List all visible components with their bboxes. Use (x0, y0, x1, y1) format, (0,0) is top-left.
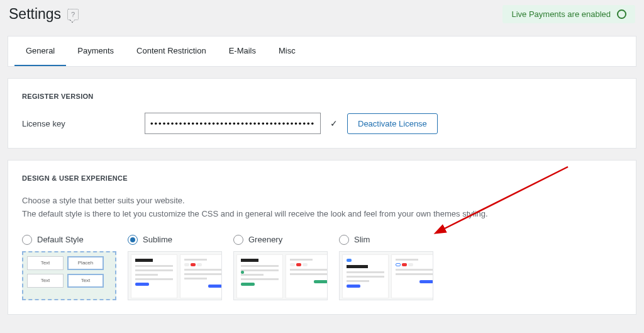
style-thumbnail-default[interactable]: Text Placeh Text Text (22, 251, 116, 300)
license-key-label: License key (22, 119, 135, 128)
register-version-panel: REGISTER VERSION License key ✓ Deactivat… (8, 78, 636, 149)
radio-icon[interactable] (233, 235, 243, 245)
deactivate-license-button[interactable]: Deactivate License (347, 113, 438, 134)
page-title: Settings ? (9, 6, 79, 23)
radio-icon[interactable] (22, 235, 32, 245)
live-payments-badge: Live Payments are enabled (502, 5, 635, 23)
tab-general[interactable]: General (14, 37, 66, 66)
check-icon: ✓ (330, 118, 338, 128)
live-payments-label: Live Payments are enabled (511, 9, 611, 19)
design-description-line1: Choose a style that better suits your we… (22, 195, 622, 208)
tab-content-restriction[interactable]: Content Restriction (125, 37, 218, 66)
style-option-default[interactable]: Default Style Text Placeh Text Text (22, 235, 116, 300)
style-option-greenery[interactable]: Greenery (233, 235, 328, 300)
style-option-slim[interactable]: Slim (339, 235, 433, 300)
style-thumbnail-slim[interactable] (339, 251, 433, 300)
radio-icon[interactable] (339, 235, 349, 245)
tab-payments[interactable]: Payments (66, 37, 125, 66)
style-label: Default Style (37, 235, 84, 244)
tab-emails[interactable]: E-Mails (218, 37, 267, 66)
register-version-heading: REGISTER VERSION (22, 93, 622, 100)
style-label: Slim (354, 235, 370, 244)
radio-icon[interactable] (128, 235, 138, 245)
style-option-sublime[interactable]: Sublime (128, 235, 222, 300)
design-description-line2: The default style is there to let you cu… (22, 208, 622, 221)
style-label: Sublime (143, 235, 172, 244)
help-icon[interactable]: ? (67, 9, 79, 20)
live-circle-icon (617, 9, 626, 19)
design-heading: DESIGN & USER EXPERIENCE (22, 174, 622, 182)
style-thumbnail-sublime[interactable] (128, 251, 222, 300)
page-title-text: Settings (9, 6, 61, 23)
design-experience-panel: DESIGN & USER EXPERIENCE Choose a style … (8, 160, 636, 315)
style-thumbnail-greenery[interactable] (233, 251, 328, 300)
style-label: Greenery (248, 235, 282, 244)
settings-tabs: General Payments Content Restriction E-M… (8, 36, 636, 67)
tab-misc[interactable]: Misc (267, 37, 307, 66)
license-key-input[interactable] (145, 113, 321, 134)
